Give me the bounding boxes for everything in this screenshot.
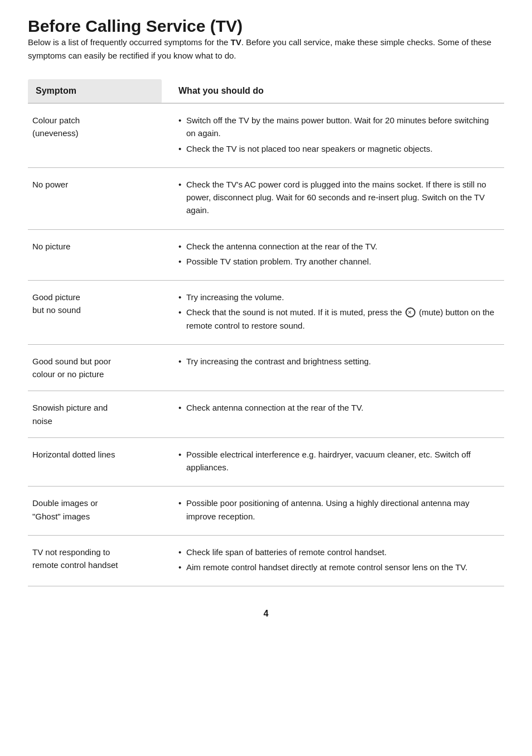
table-row: No pictureCheck the antenna connection a… [28, 229, 504, 281]
action-item: Try increasing the volume. [178, 291, 500, 304]
symptom-cell: Good picturebut no sound [28, 281, 162, 345]
action-cell: Try increasing the volume.Check that the… [162, 281, 504, 345]
action-item: Check life span of batteries of remote c… [178, 546, 500, 558]
action-cell: Check the antenna connection at the rear… [162, 229, 504, 281]
mute-icon [405, 307, 415, 317]
symptom-cell: No power [28, 167, 162, 229]
symptom-cell: Horizontal dotted lines [28, 437, 162, 487]
table-row: No powerCheck the TV's AC power cord is … [28, 167, 504, 229]
action-cell: Switch off the TV by the mains power but… [162, 103, 504, 167]
service-table: Symptom What you should do Colour patch(… [28, 79, 504, 586]
action-item: Check the antenna connection at the rear… [178, 240, 500, 253]
symptom-cell: Colour patch(uneveness) [28, 103, 162, 167]
action-item: Check that the sound is not muted. If it… [178, 306, 500, 332]
table-header-row: Symptom What you should do [28, 79, 504, 103]
intro-text: Below is a list of frequently occurred s… [28, 36, 504, 62]
page-number: 4 [28, 609, 504, 619]
symptom-cell: Double images or"Ghost" images [28, 487, 162, 536]
action-item: Possible TV station problem. Try another… [178, 255, 500, 268]
action-cell: Check life span of batteries of remote c… [162, 535, 504, 586]
symptom-cell: Snowish picture andnoise [28, 391, 162, 438]
action-item: Switch off the TV by the mains power but… [178, 114, 500, 140]
table-row: Good picturebut no soundTry increasing t… [28, 281, 504, 345]
action-cell: Check antenna connection at the rear of … [162, 391, 504, 438]
symptom-cell: No picture [28, 229, 162, 281]
action-cell: Possible poor positioning of antenna. Us… [162, 487, 504, 536]
table-row: Double images or"Ghost" imagesPossible p… [28, 487, 504, 536]
page-title-bar: Before Calling Service (TV) [28, 17, 504, 36]
symptom-cell: TV not responding toremote control hands… [28, 535, 162, 586]
page-title: Before Calling Service (TV) [28, 17, 504, 36]
action-item: Try increasing the contrast and brightne… [178, 355, 500, 368]
action-cell: Check the TV's AC power cord is plugged … [162, 167, 504, 229]
table-row: Horizontal dotted linesPossible electric… [28, 437, 504, 487]
action-item: Check the TV's AC power cord is plugged … [178, 178, 500, 217]
symptom-cell: Good sound but poorcolour or no picture [28, 344, 162, 391]
action-item: Possible electrical interference e.g. ha… [178, 448, 500, 474]
action-item: Check antenna connection at the rear of … [178, 401, 500, 414]
col-header-symptom: Symptom [28, 79, 162, 103]
table-row: Snowish picture andnoiseCheck antenna co… [28, 391, 504, 438]
action-item: Aim remote control handset directly at r… [178, 561, 500, 574]
table-row: Colour patch(uneveness)Switch off the TV… [28, 103, 504, 167]
table-row: TV not responding toremote control hands… [28, 535, 504, 586]
action-cell: Possible electrical interference e.g. ha… [162, 437, 504, 487]
action-cell: Try increasing the contrast and brightne… [162, 344, 504, 391]
col-header-action: What you should do [162, 79, 504, 103]
action-item: Possible poor positioning of antenna. Us… [178, 497, 500, 523]
action-item: Check the TV is not placed too near spea… [178, 142, 500, 155]
table-row: Good sound but poorcolour or no pictureT… [28, 344, 504, 391]
